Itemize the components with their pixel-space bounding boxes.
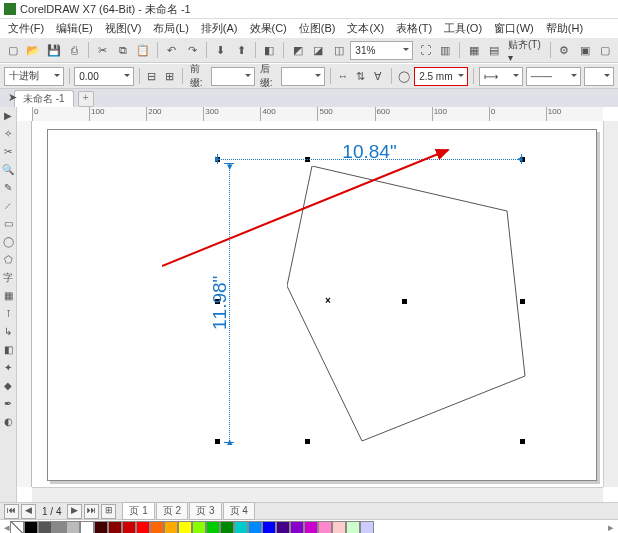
ellipse-tool-icon[interactable]: ◯ bbox=[1, 235, 15, 249]
app-icon[interactable]: ◩ bbox=[289, 40, 306, 60]
fill-tool-icon[interactable]: ◆ bbox=[1, 379, 15, 393]
import-icon[interactable]: ⬇ bbox=[212, 40, 229, 60]
color-swatch[interactable] bbox=[178, 521, 192, 534]
dimension-vertical[interactable]: ▾ ▴ 11.98" bbox=[219, 163, 233, 443]
color-swatch[interactable] bbox=[94, 521, 108, 534]
color-swatch[interactable] bbox=[346, 521, 360, 534]
menu-item[interactable]: 工具(O) bbox=[438, 20, 488, 37]
color-swatch[interactable] bbox=[80, 521, 94, 534]
doc-tab[interactable]: 未命名 -1 bbox=[14, 90, 74, 107]
publish-icon[interactable]: ◧ bbox=[261, 40, 278, 60]
snap-label[interactable]: 贴齐(T) ▾ bbox=[506, 38, 545, 63]
outline-tool-icon[interactable]: ✒ bbox=[1, 397, 15, 411]
color-swatch[interactable] bbox=[136, 521, 150, 534]
polygon-tool-icon[interactable]: ⬠ bbox=[1, 253, 15, 267]
line-style-combo[interactable]: ─── bbox=[526, 67, 581, 86]
page-tab[interactable]: 页 3 bbox=[189, 502, 221, 520]
menu-bar[interactable]: 文件(F)编辑(E)视图(V)布局(L)排列(A)效果(C)位图(B)文本(X)… bbox=[0, 19, 618, 37]
start-arrow-combo[interactable]: ⟼ bbox=[479, 67, 523, 86]
zoom-combo[interactable]: 31% bbox=[350, 41, 413, 60]
print-icon[interactable]: ⎙ bbox=[65, 40, 82, 60]
menu-item[interactable]: 文本(X) bbox=[341, 20, 390, 37]
color-swatch[interactable] bbox=[108, 521, 122, 534]
no-fill-swatch[interactable] bbox=[10, 521, 24, 534]
color-swatch[interactable] bbox=[164, 521, 178, 534]
launch-icon[interactable]: ▣ bbox=[576, 40, 593, 60]
menu-item[interactable]: 编辑(E) bbox=[50, 20, 99, 37]
page-tab[interactable]: 页 1 bbox=[122, 502, 154, 520]
color-swatch[interactable] bbox=[262, 521, 276, 534]
effects-tool-icon[interactable]: ◧ bbox=[1, 343, 15, 357]
prev-page-button[interactable]: ◀ bbox=[21, 504, 36, 519]
cut-icon[interactable]: ✂ bbox=[94, 40, 111, 60]
dimension-horizontal[interactable]: ▸ ◂ 10.84" bbox=[217, 149, 522, 163]
add-page-button[interactable]: ⊞ bbox=[101, 504, 116, 519]
last-page-button[interactable]: ⏭ bbox=[84, 504, 99, 519]
save-icon[interactable]: 💾 bbox=[45, 40, 62, 60]
open-icon[interactable]: 📂 bbox=[24, 40, 41, 60]
color-swatch[interactable] bbox=[234, 521, 248, 534]
precision-combo[interactable]: 0.00 bbox=[74, 67, 134, 86]
dimension-tool-icon[interactable]: ⊺ bbox=[1, 307, 15, 321]
scrollbar-horizontal[interactable] bbox=[32, 487, 603, 502]
pentagon-shape[interactable] bbox=[287, 166, 532, 446]
color-swatch[interactable] bbox=[318, 521, 332, 534]
interactive-fill-icon[interactable]: ◐ bbox=[1, 415, 15, 429]
new-icon[interactable]: ▢ bbox=[4, 40, 21, 60]
color-swatch[interactable] bbox=[192, 521, 206, 534]
color-swatch[interactable] bbox=[206, 521, 220, 534]
menu-item[interactable]: 位图(B) bbox=[293, 20, 342, 37]
app-icon[interactable]: ◫ bbox=[330, 40, 347, 60]
prefix-input[interactable] bbox=[211, 67, 255, 86]
outline-width-combo[interactable]: 2.5 mm bbox=[414, 67, 468, 86]
color-swatch[interactable] bbox=[66, 521, 80, 534]
dim-style-icon[interactable]: ⊟ bbox=[145, 66, 160, 86]
table-tool-icon[interactable]: ▦ bbox=[1, 289, 15, 303]
launch-icon[interactable]: ▢ bbox=[597, 40, 614, 60]
text-pos-icon[interactable]: Ɐ bbox=[371, 66, 386, 86]
color-swatch[interactable] bbox=[220, 521, 234, 534]
pick-tool-icon[interactable]: ▶ bbox=[1, 109, 15, 123]
options-icon[interactable]: ⚙ bbox=[556, 40, 573, 60]
cursor-icon[interactable]: ➤ bbox=[2, 87, 22, 107]
color-swatch[interactable] bbox=[304, 521, 318, 534]
text-tool-icon[interactable]: 字 bbox=[1, 271, 15, 285]
color-swatch[interactable] bbox=[332, 521, 346, 534]
color-swatch[interactable] bbox=[150, 521, 164, 534]
color-swatch[interactable] bbox=[276, 521, 290, 534]
color-swatch[interactable] bbox=[24, 521, 38, 534]
scrollbar-vertical[interactable] bbox=[603, 121, 618, 487]
fullscreen-icon[interactable]: ⛶ bbox=[416, 40, 433, 60]
color-swatch[interactable] bbox=[360, 521, 374, 534]
page-tab[interactable]: 页 2 bbox=[156, 502, 188, 520]
copy-icon[interactable]: ⧉ bbox=[114, 40, 131, 60]
color-swatch[interactable] bbox=[290, 521, 304, 534]
guides-icon[interactable]: ▤ bbox=[486, 40, 503, 60]
app-icon[interactable]: ◪ bbox=[309, 40, 326, 60]
paste-icon[interactable]: 📋 bbox=[135, 40, 152, 60]
end-arrow-combo[interactable] bbox=[584, 67, 614, 86]
canvas[interactable]: × ▸ ◂ 10.84" ▾ ▴ 11.98" bbox=[32, 121, 603, 487]
color-swatch[interactable] bbox=[248, 521, 262, 534]
menu-item[interactable]: 表格(T) bbox=[390, 20, 438, 37]
dim-style-icon[interactable]: ⊞ bbox=[162, 66, 177, 86]
grid-icon[interactable]: ▦ bbox=[465, 40, 482, 60]
color-swatch[interactable] bbox=[38, 521, 52, 534]
color-swatch[interactable] bbox=[52, 521, 66, 534]
connector-tool-icon[interactable]: ↳ bbox=[1, 325, 15, 339]
eyedrop-tool-icon[interactable]: ✦ bbox=[1, 361, 15, 375]
undo-icon[interactable]: ↶ bbox=[163, 40, 180, 60]
first-page-button[interactable]: ⏮ bbox=[4, 504, 19, 519]
menu-item[interactable]: 布局(L) bbox=[147, 20, 194, 37]
smart-tool-icon[interactable]: ⟋ bbox=[1, 199, 15, 213]
redo-icon[interactable]: ↷ bbox=[183, 40, 200, 60]
shape-tool-icon[interactable]: ✧ bbox=[1, 127, 15, 141]
palette-scroll-right[interactable]: ▸ bbox=[608, 521, 614, 534]
menu-item[interactable]: 排列(A) bbox=[195, 20, 244, 37]
menu-item[interactable]: 文件(F) bbox=[2, 20, 50, 37]
page-tab[interactable]: 页 4 bbox=[223, 502, 255, 520]
leader-icon[interactable]: ↔ bbox=[336, 66, 351, 86]
rect-tool-icon[interactable]: ▭ bbox=[1, 217, 15, 231]
freehand-tool-icon[interactable]: ✎ bbox=[1, 181, 15, 195]
menu-item[interactable]: 视图(V) bbox=[99, 20, 148, 37]
